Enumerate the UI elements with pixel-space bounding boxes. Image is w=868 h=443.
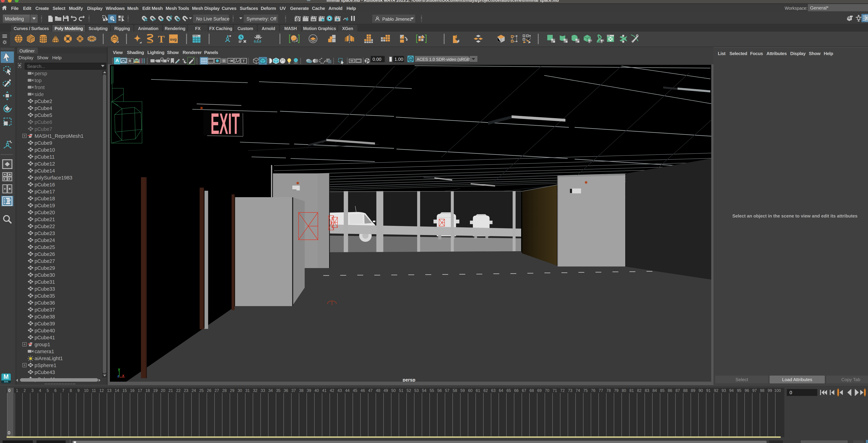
svg-text:35: 35 (276, 388, 281, 393)
svg-text:37: 37 (291, 388, 296, 393)
svg-text:EXIT: EXIT (211, 107, 240, 140)
svg-text:61: 61 (476, 388, 480, 393)
svg-text:svg: svg (170, 37, 177, 41)
svg-text:80: 80 (622, 388, 626, 393)
svg-text:41: 41 (322, 388, 327, 393)
svg-text:14: 14 (115, 388, 119, 393)
svg-text:50: 50 (391, 388, 396, 393)
svg-text:33: 33 (260, 388, 265, 393)
svg-text:13: 13 (107, 388, 112, 393)
svg-text:ON: ON (409, 58, 412, 61)
svg-text:49: 49 (383, 388, 388, 393)
svg-text:30: 30 (238, 388, 242, 393)
svg-text:23: 23 (184, 388, 188, 393)
svg-text:2: 2 (24, 388, 26, 393)
svg-text:99: 99 (768, 388, 772, 393)
svg-text:93: 93 (721, 388, 726, 393)
svg-text:67: 67 (522, 388, 526, 393)
svg-text:44: 44 (345, 388, 350, 393)
svg-text:22: 22 (176, 388, 181, 393)
svg-text:38: 38 (299, 388, 304, 393)
svg-text:98: 98 (760, 388, 765, 393)
svg-text:86: 86 (668, 388, 672, 393)
svg-text:81: 81 (629, 388, 634, 393)
svg-text:IPR: IPR (312, 19, 315, 21)
svg-text:27: 27 (215, 388, 219, 393)
svg-text:12: 12 (99, 388, 104, 393)
svg-text:57: 57 (445, 388, 450, 393)
svg-text:4: 4 (39, 388, 41, 393)
svg-text:64: 64 (499, 388, 503, 393)
svg-text:84: 84 (652, 388, 657, 393)
svg-text:78: 78 (607, 388, 611, 393)
svg-text:48: 48 (376, 388, 380, 393)
svg-text:T: T (158, 34, 165, 44)
svg-text:21: 21 (168, 388, 173, 393)
svg-text:68: 68 (529, 388, 534, 393)
svg-text:y: y (118, 367, 120, 371)
svg-text:9: 9 (78, 388, 80, 393)
svg-text:5: 5 (47, 388, 49, 393)
svg-text:45: 45 (353, 388, 357, 393)
svg-text:24: 24 (191, 388, 196, 393)
svg-text:18: 18 (146, 388, 150, 393)
svg-text:56: 56 (437, 388, 442, 393)
svg-text:6: 6 (54, 388, 57, 393)
svg-text:51: 51 (399, 388, 403, 393)
svg-text:11: 11 (92, 388, 96, 393)
svg-text:x: x (122, 373, 124, 377)
svg-text:20: 20 (161, 388, 165, 393)
svg-text:16: 16 (130, 388, 134, 393)
svg-text:82: 82 (637, 388, 642, 393)
svg-text:z: z (117, 374, 119, 378)
svg-text:47: 47 (368, 388, 373, 393)
svg-text:54: 54 (422, 388, 427, 393)
svg-text:15: 15 (122, 388, 127, 393)
svg-text:T: T (243, 59, 245, 63)
svg-text:persp: persp (403, 377, 415, 382)
svg-text:71: 71 (553, 388, 557, 393)
svg-text:8: 8 (70, 388, 72, 393)
svg-text:25: 25 (199, 388, 204, 393)
svg-text:85: 85 (660, 388, 664, 393)
svg-text:72: 72 (560, 388, 565, 393)
svg-text:77: 77 (598, 388, 603, 393)
svg-text:92: 92 (714, 388, 718, 393)
svg-text:39: 39 (307, 388, 311, 393)
svg-text:53: 53 (414, 388, 419, 393)
svg-text:58: 58 (453, 388, 457, 393)
svg-text:31: 31 (245, 388, 250, 393)
svg-text:90: 90 (699, 388, 703, 393)
svg-text:88: 88 (683, 388, 688, 393)
svg-text:96: 96 (745, 388, 749, 393)
svg-text:40: 40 (314, 388, 319, 393)
svg-text:3: 3 (31, 388, 33, 393)
svg-text:69: 69 (537, 388, 541, 393)
svg-text:43: 43 (338, 388, 342, 393)
svg-text:1: 1 (16, 388, 18, 393)
svg-text:7: 7 (62, 388, 64, 393)
svg-text:26: 26 (207, 388, 212, 393)
svg-text:91: 91 (706, 388, 711, 393)
svg-text:34: 34 (268, 388, 273, 393)
svg-text:94: 94 (729, 388, 734, 393)
svg-text:28: 28 (222, 388, 227, 393)
svg-text:89: 89 (691, 388, 695, 393)
svg-text:52: 52 (407, 388, 411, 393)
svg-text:76: 76 (591, 388, 595, 393)
svg-text:42: 42 (330, 388, 334, 393)
svg-text:0,0,0: 0,0,0 (254, 39, 261, 43)
svg-text:46: 46 (361, 388, 365, 393)
svg-text:100: 100 (774, 388, 781, 393)
svg-text:65: 65 (506, 388, 511, 393)
svg-text:62: 62 (484, 388, 488, 393)
svg-text:0: 0 (8, 388, 10, 393)
svg-text:87: 87 (676, 388, 680, 393)
svg-text:63: 63 (491, 388, 496, 393)
svg-text:0: 0 (8, 430, 10, 435)
svg-text:66: 66 (514, 388, 519, 393)
svg-text:70: 70 (545, 388, 550, 393)
svg-text:59: 59 (460, 388, 465, 393)
svg-text:29: 29 (230, 388, 235, 393)
svg-text:36: 36 (284, 388, 288, 393)
